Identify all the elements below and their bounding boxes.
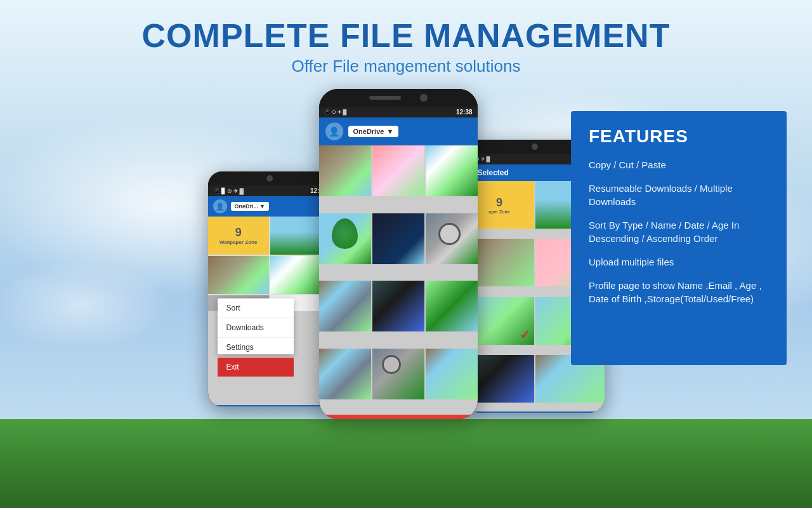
- dropdown-arrow-center: ▼: [386, 128, 393, 135]
- phone-notch-left: [208, 171, 332, 185]
- phones-section: 📱 ▊ ⊙ ✈ ▓ 12:28 👤 OneDri... ▼: [208, 89, 605, 419]
- img-c9: [426, 281, 478, 331]
- wa-icon-c: 📱: [324, 109, 331, 115]
- app-header-center: 👤 OneDrive ▼: [319, 117, 478, 145]
- wifi2-icon-c: ✈: [337, 109, 342, 115]
- onedrive-btn-left[interactable]: OneDri... ▼: [231, 202, 269, 211]
- folder-label-right: aper Zone: [488, 210, 509, 214]
- menu-downloads[interactable]: Downloads: [218, 318, 294, 338]
- screen-center: 📱 ⊙ ✈ ▓ 12:38 👤 OneDrive ▼: [319, 107, 478, 419]
- avatar-left: 👤: [213, 199, 227, 213]
- menu-exit[interactable]: Exit: [218, 358, 294, 377]
- onedrive-label-left: OneDri...: [235, 203, 259, 210]
- phone-left: 📱 ▊ ⊙ ✈ ▓ 12:28 👤 OneDri... ▼: [208, 171, 332, 406]
- img-c5: [372, 213, 424, 264]
- camera-left: [266, 175, 273, 182]
- img-c11: [372, 349, 424, 399]
- camera-right: [532, 144, 538, 150]
- status-icons-left: 📱 ▊ ⊙ ✈ ▓: [213, 188, 244, 194]
- bottom-nav-center: ⌂ ↻ ✉ ↑ ⋮: [319, 415, 478, 419]
- img-c12: [426, 349, 478, 399]
- img-c6: [426, 213, 478, 264]
- check-r3: ✓: [520, 327, 530, 342]
- features-title: FEATURES: [589, 126, 769, 147]
- bottom-nav-right: ✂ ⊡ 🗑: [465, 411, 605, 413]
- image-grid-center: [319, 145, 478, 415]
- phone-notch-center: [319, 89, 478, 107]
- whatsapp-icon: 📱: [213, 188, 220, 194]
- img-c8: [372, 281, 424, 331]
- img-stone-left: [208, 256, 270, 294]
- bt-icon-r: ✈: [481, 156, 485, 162]
- img-c7: [319, 281, 371, 331]
- wifi-icon: ⊙: [227, 188, 232, 194]
- status-bar-left: 📱 ▊ ⊙ ✈ ▓ 12:28: [208, 185, 332, 196]
- img-c10: [319, 349, 371, 399]
- folder-label-left: Wallpaper Zone: [218, 239, 259, 245]
- phone-center: 📱 ⊙ ✈ ▓ 12:38 👤 OneDrive ▼: [319, 89, 478, 419]
- bluetooth-icon: ✈: [233, 188, 239, 194]
- signal-icon: ▊: [221, 188, 226, 194]
- onedrive-label-center: OneDrive: [353, 128, 384, 135]
- img-c4: [319, 213, 371, 264]
- img-c2: [372, 145, 424, 196]
- header-section: COMPLETE FILE MANAGEMENT Offer File mang…: [142, 0, 671, 76]
- app-header-left: 👤 OneDri... ▼: [208, 196, 332, 217]
- folder-number-left: 9: [235, 226, 242, 239]
- status-time-center: 12:38: [456, 109, 473, 116]
- context-menu-left: Sort Downloads Settings Exit: [218, 298, 294, 355]
- dropdown-arrow-left: ▼: [259, 203, 265, 210]
- folder-wallpaper-left[interactable]: 9 Wallpaper Zone: [208, 217, 270, 255]
- img-c1: [319, 145, 371, 196]
- feature-item-0: Copy / Cut / Paste: [589, 158, 769, 171]
- feature-item-2: Sort By Type / Name / Date / Age In Desc…: [589, 218, 769, 245]
- image-grid-left: 9 Wallpaper Zone: [208, 217, 332, 311]
- main-title: COMPLETE FILE MANAGEMENT: [142, 18, 671, 54]
- features-panel: FEATURES Copy / Cut / Paste Resumeable D…: [571, 111, 787, 365]
- context-area: Sort Downloads Settings Exit: [208, 311, 332, 406]
- feature-item-4: Profile page to show Name ,Email , Age ,…: [589, 279, 769, 305]
- onedrive-btn-center[interactable]: OneDrive ▼: [348, 126, 399, 137]
- folder-num-right: 9: [496, 196, 502, 210]
- android-icon-c: ⊙: [332, 109, 336, 115]
- battery2-icon-c: ▓: [343, 109, 347, 115]
- battery-icon-r: ▓: [487, 156, 490, 162]
- screen-left: 📱 ▊ ⊙ ✈ ▓ 12:28 👤 OneDri... ▼: [208, 185, 332, 406]
- bottom-nav-left: ⌂ ↻ ✉ ↑: [208, 405, 332, 406]
- battery-icon: ▓: [240, 188, 244, 194]
- feature-item-3: Upload multiple files: [589, 255, 769, 269]
- feature-item-1: Resumeable Downloads / Multiple Download…: [589, 182, 769, 208]
- camera-center: [420, 94, 428, 102]
- img-c3: [426, 145, 478, 196]
- avatar-center: 👤: [325, 123, 343, 140]
- sub-title: Offer File mangement solutions: [142, 57, 671, 76]
- status-icons-center: 📱 ⊙ ✈ ▓: [324, 109, 347, 115]
- menu-sort[interactable]: Sort: [218, 298, 294, 318]
- speaker-center: [369, 96, 401, 100]
- status-bar-center: 📱 ⊙ ✈ ▓ 12:38: [319, 107, 478, 117]
- menu-settings[interactable]: Settings: [218, 338, 294, 358]
